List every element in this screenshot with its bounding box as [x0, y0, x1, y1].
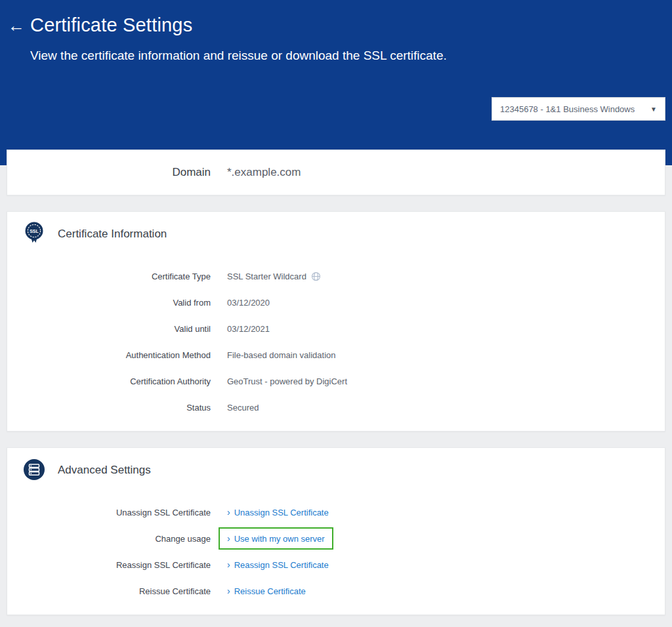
- row-label: Certificate Type: [7, 272, 211, 281]
- domain-label: Domain: [7, 166, 211, 179]
- table-row: Reassign SSL Certificate › Reassign SSL …: [7, 552, 665, 578]
- link-label: Reassign SSL Certificate: [234, 560, 329, 570]
- svg-text:SSL: SSL: [30, 229, 39, 233]
- row-label: Status: [7, 403, 211, 413]
- dropdown-selected-value: 12345678 - 1&1 Business Windows: [500, 104, 635, 114]
- unassign-link-box: › Unassign SSL Certificate: [227, 507, 329, 517]
- reissue-certificate-link[interactable]: › Reissue Certificate: [227, 586, 306, 596]
- status-value: Secured: [227, 403, 259, 413]
- server-icon: [22, 457, 46, 483]
- row-value: GeoTrust - powered by DigiCert: [227, 376, 347, 386]
- table-row: Valid from 03/12/2020: [7, 289, 665, 315]
- row-value: File-based domain validation: [227, 350, 335, 360]
- row-value: SSL Starter Wildcard: [227, 272, 321, 281]
- row-label: Change usage: [7, 534, 211, 544]
- table-row: Reissue Certificate › Reissue Certificat…: [7, 578, 665, 604]
- row-value: 03/12/2020: [227, 298, 270, 308]
- table-row: Certification Authority GeoTrust - power…: [7, 368, 665, 394]
- page-header: ← Certificate Settings View the certific…: [0, 0, 672, 165]
- table-row: Authentication Method File-based domain …: [7, 342, 665, 368]
- contract-select-dropdown[interactable]: 12345678 - 1&1 Business Windows ▼: [492, 97, 665, 121]
- row-label: Valid from: [7, 298, 211, 308]
- table-row: Certificate Type SSL Starter Wildcard: [7, 263, 665, 289]
- table-row: Status Secured: [7, 394, 665, 420]
- link-label: Use with my own server: [234, 534, 325, 544]
- advanced-settings-rows: Unassign SSL Certificate › Unassign SSL …: [7, 499, 665, 604]
- advanced-settings-header: Advanced Settings: [7, 457, 665, 483]
- link-label: Unassign SSL Certificate: [234, 508, 329, 517]
- link-label: Reissue Certificate: [234, 586, 306, 596]
- advanced-settings-title: Advanced Settings: [58, 464, 151, 477]
- certificate-information-card: SSL Certificate Information Certificate …: [7, 211, 665, 432]
- advanced-settings-card: Advanced Settings Unassign SSL Certifica…: [7, 447, 665, 615]
- reissue-link-box: › Reissue Certificate: [227, 586, 306, 596]
- chevron-right-icon: ›: [227, 559, 230, 570]
- row-label: Certification Authority: [7, 376, 211, 386]
- page-title: Certificate Settings: [30, 14, 192, 36]
- row-label: Unassign SSL Certificate: [7, 508, 211, 517]
- chevron-right-icon: ›: [227, 533, 230, 544]
- chevron-right-icon: ›: [227, 507, 230, 517]
- table-row: Unassign SSL Certificate › Unassign SSL …: [7, 499, 665, 525]
- ssl-badge-icon: SSL: [22, 221, 46, 247]
- certificate-information-title: Certificate Information: [58, 228, 167, 241]
- certificate-settings-page: ← Certificate Settings View the certific…: [0, 0, 672, 627]
- wildcard-globe-icon: [311, 272, 321, 281]
- chevron-right-icon: ›: [227, 586, 230, 596]
- certificate-information-header: SSL Certificate Information: [7, 221, 665, 247]
- domain-card: Domain *.example.com: [7, 150, 665, 195]
- reassign-ssl-certificate-link[interactable]: › Reassign SSL Certificate: [227, 559, 329, 570]
- certificate-information-rows: Certificate Type SSL Starter Wildcard: [7, 263, 665, 420]
- reassign-link-box: › Reassign SSL Certificate: [227, 559, 329, 570]
- row-label: Valid until: [7, 324, 211, 334]
- use-with-my-own-server-link[interactable]: › Use with my own server: [227, 533, 325, 544]
- page-subtitle: View the certificate information and rei…: [30, 47, 457, 65]
- unassign-ssl-certificate-link[interactable]: › Unassign SSL Certificate: [227, 507, 329, 517]
- row-value: 03/12/2021: [227, 324, 270, 334]
- row-label: Reassign SSL Certificate: [7, 560, 211, 570]
- certificate-type-value: SSL Starter Wildcard: [227, 272, 306, 281]
- domain-value: *.example.com: [227, 166, 301, 179]
- title-row: ← Certificate Settings: [0, 0, 672, 36]
- row-label: Reissue Certificate: [7, 586, 211, 596]
- change-usage-highlight-box: › Use with my own server: [219, 527, 333, 550]
- chevron-down-icon: ▼: [650, 106, 657, 113]
- table-row: Valid until 03/12/2021: [7, 315, 665, 342]
- row-label: Authentication Method: [7, 350, 211, 360]
- back-arrow-icon[interactable]: ←: [8, 17, 30, 34]
- table-row: Change usage › Use with my own server: [7, 525, 665, 552]
- main-content: Domain *.example.com SSL Certificate Inf…: [0, 150, 672, 615]
